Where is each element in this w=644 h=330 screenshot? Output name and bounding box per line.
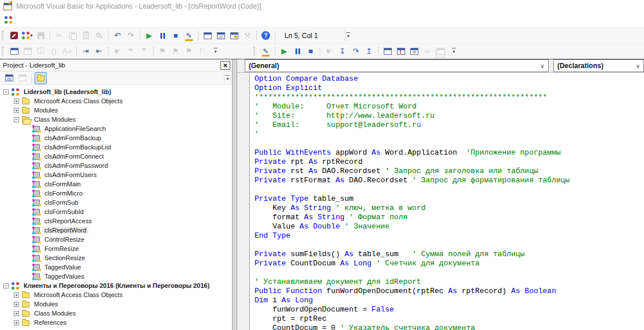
tree-item-clsadmformbackup[interactable]: clsAdmFormBackup: [0, 133, 232, 142]
locals-window-button[interactable]: [381, 45, 394, 57]
properties-window-button[interactable]: [215, 29, 227, 42]
tree-item-formresize[interactable]: FormResize: [0, 244, 232, 253]
tree-item-clsadmformbackuplist[interactable]: clsAdmFormBackupList: [0, 142, 232, 152]
break-button[interactable]: [291, 45, 304, 57]
tree-item-microsoft-access-class-objects[interactable]: +Microsoft Access Class Objects: [0, 290, 232, 299]
toggle-bookmark-button[interactable]: ⚑: [156, 45, 169, 57]
list-properties-methods-button[interactable]: [8, 45, 20, 57]
object-browser-button[interactable]: [228, 29, 240, 42]
tree-item-applicationfilesearch[interactable]: ApplicationFileSearch: [0, 124, 232, 133]
toolbar-options-button[interactable]: ▾: [345, 30, 351, 42]
tree-item-references[interactable]: +References: [0, 318, 232, 327]
view-microsoft-access-button[interactable]: [8, 29, 20, 42]
previous-bookmark-button[interactable]: ⚑: [183, 45, 195, 57]
redo-button[interactable]: ↷: [125, 29, 137, 42]
paste-button[interactable]: [80, 29, 92, 42]
collapse-icon[interactable]: −: [3, 283, 9, 288]
margin-indicator-bar[interactable]: [237, 73, 250, 330]
view-object-button[interactable]: [16, 72, 28, 84]
reset-button[interactable]: ■: [170, 29, 182, 42]
tree-item-clsformmicro[interactable]: clsFormMicro: [0, 189, 232, 198]
collapse-icon[interactable]: −: [3, 89, 9, 95]
document-window-icon[interactable]: [5, 16, 12, 24]
tree-item-clsformsubid[interactable]: clsFormSubId: [0, 207, 232, 216]
tree-item-class-modules[interactable]: +Class Modules: [0, 309, 232, 318]
run-button[interactable]: ▶: [143, 29, 155, 42]
immediate-window-button[interactable]: [395, 45, 407, 57]
tree-item-taggedvalues[interactable]: TaggedValues: [0, 272, 232, 281]
code-editor[interactable]: Option Compare DatabaseOption Explicit'*…: [250, 73, 644, 330]
tree-item-clsreportword[interactable]: clsReportWord: [0, 226, 232, 235]
tree-item-clsformmain[interactable]: clsFormMain: [0, 179, 232, 189]
tree-item-modules[interactable]: +Modules: [0, 106, 232, 115]
save-button[interactable]: [35, 29, 47, 42]
outdent-button[interactable]: ⇤: [93, 45, 105, 57]
collapse-icon[interactable]: −: [14, 117, 19, 122]
run-button[interactable]: ▶: [278, 45, 290, 57]
step-over-button[interactable]: ↷: [350, 45, 362, 57]
tree-item-clsformsub[interactable]: clsFormSub: [0, 198, 232, 207]
tree-item-clsreportaccess[interactable]: clsReportAccess: [0, 216, 232, 226]
tree-item-controlresize[interactable]: ControlResize: [0, 235, 232, 244]
uncomment-block-button[interactable]: ❞: [138, 45, 150, 57]
step-into-button[interactable]: ↧: [336, 45, 349, 57]
comment-block-button[interactable]: ❝: [125, 45, 137, 57]
design-mode-button[interactable]: ✎: [183, 29, 195, 42]
tree-item-clsadmformconnect[interactable]: clsAdmFormConnect: [0, 152, 232, 161]
view-code-button[interactable]: [3, 72, 15, 84]
parameter-info-button[interactable]: (): [48, 45, 60, 57]
find-button[interactable]: [93, 29, 105, 42]
tree-item-microsoft-access-class-objects[interactable]: +Microsoft Access Class Objects: [0, 96, 232, 106]
step-out-button[interactable]: ↥: [363, 45, 375, 57]
clear-all-bookmarks-button[interactable]: ⚐: [196, 45, 208, 57]
tree-item-sectionresize[interactable]: SectionResize: [0, 253, 232, 262]
tree-item-class-modules[interactable]: −Class Modules: [0, 115, 232, 124]
expand-icon[interactable]: +: [14, 320, 19, 325]
insert-userform-button[interactable]: ▾: [21, 29, 33, 42]
help-button[interactable]: ?: [260, 29, 272, 42]
tree-item-modules[interactable]: +Modules: [0, 299, 232, 309]
next-bookmark-button[interactable]: ⚑: [170, 45, 182, 57]
quick-info-button[interactable]: ⓘ: [35, 45, 47, 57]
toolbar-options-button[interactable]: ▾: [209, 45, 222, 57]
expand-icon[interactable]: +: [14, 302, 19, 307]
tree-item-клиенты-и-переговоры-2016-клиенты-и-переговоры-2016[interactable]: −Клиенты и Переговоры 2016 (Клиенты и Пе…: [0, 281, 232, 290]
toolbar-grip[interactable]: [2, 47, 3, 56]
undo-button[interactable]: ↶: [111, 29, 123, 42]
project-panel-header[interactable]: Project - Lidersoft_lib: [0, 59, 232, 72]
toggle-breakpoint-button[interactable]: ☛: [111, 45, 123, 57]
call-stack-button[interactable]: [435, 45, 447, 57]
design-mode-button[interactable]: ✎: [260, 45, 272, 57]
quick-watch-button[interactable]: ∞: [421, 45, 433, 57]
tree-item-clsadmformpassword[interactable]: clsAdmFormPassword: [0, 161, 232, 170]
toolbox-button[interactable]: ⚒: [241, 29, 253, 42]
copy-button[interactable]: [66, 29, 78, 42]
list-constants-button[interactable]: [21, 45, 33, 57]
toggle-breakpoint-button[interactable]: ☛: [323, 45, 335, 57]
tree-item-taggedvalue[interactable]: TaggedValue: [0, 262, 232, 272]
watch-window-button[interactable]: [408, 45, 420, 57]
tree-item-lidersoft-lib-leadersoft-lib[interactable]: −Lidersoft_lib (Leadersoft_lib): [0, 87, 232, 96]
reset-button[interactable]: ■: [305, 45, 317, 57]
toolbar-grip[interactable]: [2, 31, 3, 40]
panel-options-button[interactable]: ▾: [224, 72, 231, 84]
procedure-dropdown[interactable]: (Declarations): [553, 59, 644, 72]
line-column-indicator: Ln 5, Col 1: [279, 32, 324, 40]
indent-button[interactable]: ⇥: [80, 45, 92, 57]
complete-word-button[interactable]: A»: [61, 45, 73, 57]
expand-icon[interactable]: +: [14, 311, 19, 316]
expand-icon[interactable]: +: [14, 99, 19, 104]
toggle-folders-button[interactable]: [35, 72, 47, 84]
cut-button[interactable]: ✂: [53, 29, 65, 42]
expand-icon[interactable]: +: [14, 108, 19, 113]
toolbar-options-button[interactable]: ▾: [448, 45, 460, 57]
break-button[interactable]: [156, 29, 169, 42]
close-icon[interactable]: [220, 61, 230, 70]
panel-divider[interactable]: [233, 59, 237, 330]
object-dropdown[interactable]: (General): [245, 59, 549, 72]
tree-item-clsadmformusers[interactable]: clsAdmFormUsers: [0, 170, 232, 179]
project-explorer-button[interactable]: [201, 29, 214, 42]
class-icon: [32, 153, 40, 160]
toolbar-grip[interactable]: [253, 47, 255, 56]
expand-icon[interactable]: +: [14, 292, 19, 298]
